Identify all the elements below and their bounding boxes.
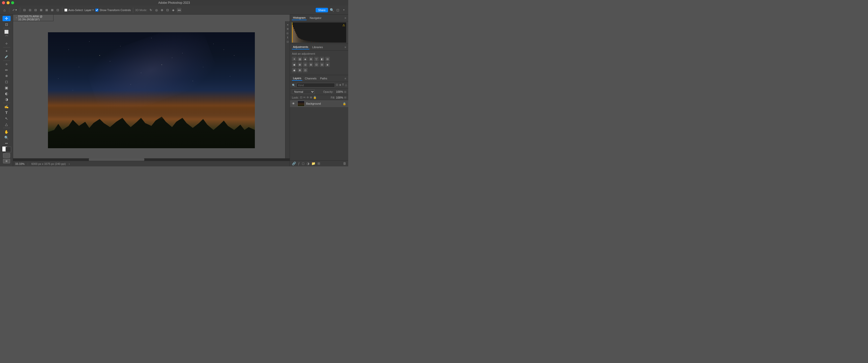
more-options-button[interactable]: ••• bbox=[177, 8, 181, 12]
channel-mixer-button[interactable]: ◎ bbox=[303, 62, 308, 67]
distribute-button[interactable]: ⊡ bbox=[56, 8, 60, 12]
eraser-button[interactable]: ◻ bbox=[2, 79, 10, 85]
show-transform-checkbox[interactable] bbox=[95, 8, 98, 11]
black-white-button[interactable]: ◉ bbox=[292, 62, 297, 67]
right-strip-icon-2[interactable]: ◎ bbox=[286, 32, 289, 35]
layers-search-input[interactable] bbox=[297, 83, 335, 88]
tab-adjustments[interactable]: Adjustments bbox=[292, 45, 309, 50]
right-strip-icon-4[interactable]: ⊡ bbox=[287, 40, 289, 43]
new-group-button[interactable]: 📁 bbox=[311, 162, 315, 165]
more-tools-button[interactable]: ••• bbox=[2, 141, 10, 146]
add-style-button[interactable]: ƒ bbox=[298, 162, 300, 165]
home-button[interactable]: ⌂ bbox=[2, 7, 7, 12]
3d-pan-button[interactable]: ◎ bbox=[154, 8, 159, 12]
share-button[interactable]: Share bbox=[316, 8, 328, 12]
document-tab-close[interactable]: × bbox=[16, 16, 17, 19]
lasso-button[interactable]: ⌒ bbox=[2, 35, 10, 40]
exposure-button[interactable]: ⊞ bbox=[309, 57, 313, 61]
dodge-button[interactable]: ◑ bbox=[2, 97, 10, 102]
hsl-button[interactable]: ◧ bbox=[320, 57, 324, 61]
path-selection-button[interactable]: ↖ bbox=[2, 116, 10, 121]
align-bottom-button[interactable]: ⊠ bbox=[50, 8, 55, 12]
tab-libraries[interactable]: Libraries bbox=[311, 45, 324, 49]
brush-button[interactable]: ✏ bbox=[2, 68, 10, 73]
lock-position-button[interactable]: ✛ bbox=[307, 96, 309, 99]
filter-type-button[interactable]: T bbox=[342, 83, 344, 87]
move-tool-button[interactable]: ✛ ▸ bbox=[2, 16, 10, 21]
lock-image-button[interactable]: ✏ bbox=[303, 96, 306, 99]
opacity-stepper[interactable]: ⊟ bbox=[344, 91, 346, 93]
layer-item-background[interactable]: 👁 Background 🔒 bbox=[290, 100, 348, 107]
workspace-button[interactable]: ⊡ bbox=[336, 8, 340, 12]
maximize-button[interactable] bbox=[11, 1, 14, 4]
align-center-v-button[interactable]: ⊠ bbox=[44, 8, 49, 12]
show-transform-option[interactable]: Show Transform Controls bbox=[95, 8, 131, 11]
tab-layers[interactable]: Layers bbox=[292, 76, 302, 81]
new-layer-button[interactable]: ⊞ bbox=[317, 162, 320, 165]
fill-stepper[interactable]: ⊟ bbox=[344, 96, 346, 99]
delete-layer-button[interactable]: 🗑 bbox=[343, 162, 346, 165]
gradient-map-button[interactable]: ◉ bbox=[292, 68, 297, 72]
tab-navigator[interactable]: Navigator bbox=[309, 16, 322, 20]
3d-scale-button[interactable]: ⊕ bbox=[160, 8, 164, 12]
auto-select-checkbox[interactable] bbox=[64, 8, 67, 11]
brightness-contrast-button[interactable]: ☀ bbox=[292, 57, 297, 61]
shape-button[interactable]: △ bbox=[2, 122, 10, 127]
histogram-menu-button[interactable]: ≡ bbox=[345, 16, 346, 20]
type-button[interactable]: T bbox=[2, 110, 10, 115]
move-tool-option[interactable]: ⤢ ▾ bbox=[11, 8, 18, 12]
align-right-button[interactable]: ⊟ bbox=[33, 8, 38, 12]
lock-all-button[interactable]: 🔒 bbox=[313, 96, 317, 99]
layer-visibility-toggle[interactable]: 👁 bbox=[292, 102, 296, 105]
tab-paths[interactable]: Paths bbox=[319, 76, 328, 80]
status-arrow[interactable]: › bbox=[69, 162, 70, 165]
blur-button[interactable]: ◐ bbox=[2, 91, 10, 96]
right-strip-icon-3[interactable]: ℹ bbox=[287, 36, 288, 39]
new-fill-adjustment-button[interactable]: ◑ bbox=[307, 162, 309, 165]
right-strip-icon-1[interactable]: ⊕ bbox=[287, 28, 289, 30]
add-mask-button[interactable]: ◻ bbox=[302, 162, 305, 165]
workspace-dropdown-button[interactable]: ▾ bbox=[342, 8, 346, 12]
lock-artboard-button[interactable]: ⊕ bbox=[310, 96, 312, 99]
gradient-button[interactable]: ▣ bbox=[2, 85, 10, 90]
levels-button[interactable]: ▤ bbox=[298, 57, 302, 61]
layers-menu-button[interactable]: ≡ bbox=[345, 77, 346, 80]
color-swatches[interactable] bbox=[2, 146, 11, 152]
search-button[interactable]: 🔍 bbox=[330, 8, 334, 12]
artboard-tool-button[interactable]: ⊡ bbox=[2, 22, 10, 27]
minimize-button[interactable] bbox=[6, 1, 9, 4]
lock-transparent-button[interactable]: ⊡ bbox=[300, 96, 302, 99]
screen-mode-button[interactable]: ⊞ bbox=[3, 159, 10, 163]
photo-filter-button[interactable]: ⊠ bbox=[298, 62, 302, 67]
3d-dolly-button[interactable]: ⊡ bbox=[165, 8, 170, 12]
align-left-button[interactable]: ⊟ bbox=[22, 8, 27, 12]
color-lookup-button[interactable]: ⊞ bbox=[309, 62, 313, 67]
posterize-button[interactable]: ⊟ bbox=[320, 62, 324, 67]
adjustments-menu-button[interactable]: ≡ bbox=[345, 45, 346, 48]
pen-button[interactable]: ✍ bbox=[2, 104, 10, 109]
fill-value[interactable]: 100% bbox=[336, 96, 343, 99]
zoom-button[interactable]: 🔍 bbox=[2, 135, 10, 140]
quick-mask-button[interactable] bbox=[3, 153, 10, 158]
vibrance-button[interactable]: ▽ bbox=[314, 57, 319, 61]
window-controls[interactable] bbox=[2, 1, 14, 4]
collapse-arrow-top[interactable]: ◂ bbox=[286, 23, 289, 26]
tab-histogram[interactable]: Histogram bbox=[292, 15, 307, 20]
hand-button[interactable]: ✋ bbox=[2, 129, 10, 134]
magic-wand-button[interactable]: ✧ bbox=[2, 41, 10, 46]
align-center-h-button[interactable]: ⊟ bbox=[28, 8, 32, 12]
opacity-value[interactable]: 100% bbox=[334, 90, 343, 93]
blend-mode-select[interactable]: Normal Dissolve Multiply Screen Overlay bbox=[292, 90, 315, 94]
horizontal-scrollbar[interactable] bbox=[13, 158, 290, 161]
horizontal-scroll-thumb[interactable] bbox=[89, 158, 144, 161]
layer-dropdown-arrow[interactable]: ▾ bbox=[92, 8, 94, 11]
filter-pixel-button[interactable]: ⊡ bbox=[336, 83, 338, 87]
auto-select-option[interactable]: Auto-Select: Layer ▾ bbox=[64, 8, 94, 11]
close-button[interactable] bbox=[2, 1, 5, 4]
link-layers-button[interactable]: 🔗 bbox=[292, 162, 296, 165]
background-color[interactable] bbox=[5, 147, 11, 152]
filter-adjustment-button[interactable]: ◈ bbox=[339, 83, 341, 87]
color-balance-button[interactable]: ⊟ bbox=[325, 57, 330, 61]
rectangle-select-button[interactable]: ⬜ bbox=[2, 29, 10, 35]
3d-rotate-button[interactable]: ↻ bbox=[149, 8, 153, 12]
